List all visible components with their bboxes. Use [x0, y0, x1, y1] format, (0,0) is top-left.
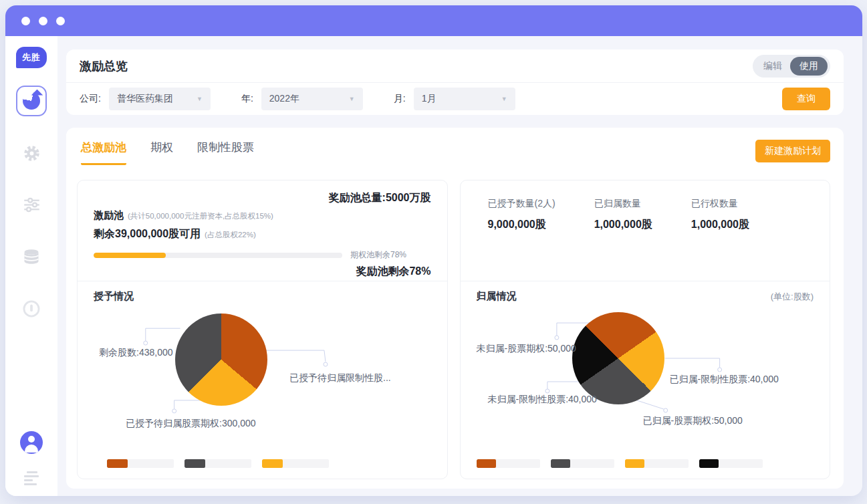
sidebar-item-info[interactable] — [22, 299, 41, 318]
edit-use-toggle[interactable]: 编辑 使用 — [753, 55, 830, 78]
use-toggle-option[interactable]: 使用 — [790, 57, 828, 76]
edit-toggle-option[interactable]: 编辑 — [755, 57, 790, 75]
database-icon — [22, 247, 41, 266]
year-select-value: 2022年 — [269, 93, 299, 105]
sidebar-item-dashboard[interactable] — [16, 86, 47, 116]
window-control-icon[interactable] — [56, 17, 65, 25]
stat-value: 1,000,000股 — [594, 218, 652, 232]
grant-section-title: 授予情况 — [94, 290, 134, 303]
alert-circle-icon — [22, 299, 41, 318]
sidebar-item-adjustments[interactable] — [23, 196, 41, 214]
month-select-value: 1月 — [422, 93, 437, 105]
tab-restricted-stock[interactable]: 限制性股票 — [197, 140, 254, 165]
legend-item-dark[interactable] — [184, 459, 251, 468]
grant-panel: 奖励池总量:5000万股 激励池(共计50,000,000元注册资本,占总股权1… — [77, 180, 448, 479]
sidebar: 先胜 — [5, 36, 57, 496]
window-control-icon[interactable] — [21, 17, 30, 25]
unit-label: (单位:股数) — [771, 291, 814, 303]
legend-item-rust[interactable] — [107, 459, 174, 468]
sidebar-item-settings[interactable] — [23, 144, 41, 162]
pie-label-unvested-restricted: 未归属-限制性股票:40,000 — [488, 394, 597, 406]
list-menu-icon[interactable] — [24, 471, 39, 485]
legend-item-black[interactable] — [699, 459, 763, 468]
tab-bar: 总激励池 期权 限制性股票 新建激励计划 — [66, 128, 844, 165]
reward-pool-remaining-label: 奖励池剩余78% — [94, 265, 431, 279]
vesting-panel: 已授予数量(2人) 9,000,000股 已归属数量 1,000,000股 已行… — [460, 180, 831, 479]
stat-label: 已归属数量 — [594, 198, 652, 210]
incentive-pool-card: 总激励池 期权 限制性股票 新建激励计划 奖励池总量:5000万股 激励池(共计… — [66, 128, 844, 489]
year-select[interactable]: 2022年 ▼ — [261, 88, 363, 110]
grant-legend — [94, 459, 431, 468]
sliders-icon — [23, 196, 41, 214]
pie-label-unvested-options: 未归属-股票期权:50,000 — [477, 343, 576, 355]
pool-name-note: (共计50,000,000元注册资本,占总股权15%) — [128, 212, 273, 220]
user-avatar-icon[interactable] — [20, 431, 43, 454]
pool-progress-bar — [94, 253, 342, 258]
divider — [78, 281, 447, 281]
pie-chart-icon — [23, 92, 40, 110]
divider — [461, 281, 830, 281]
company-select-value: 普华医药集团 — [117, 93, 173, 105]
pie-label-remaining-shares: 剩余股数:438,000 — [99, 347, 173, 359]
grant-pie-chart: 剩余股数:438,000 已授予待归属限制性股... 已授予待归属股票期权:30… — [94, 305, 431, 458]
tab-options[interactable]: 期权 — [150, 140, 173, 165]
brand-badge: 先胜 — [16, 47, 47, 68]
grant-pie[interactable] — [175, 313, 267, 406]
page-title: 激励总览 — [80, 58, 128, 74]
app-window: 先胜 — [5, 5, 862, 496]
chevron-down-icon: ▼ — [197, 96, 203, 102]
vesting-section-title: 归属情况 — [477, 290, 517, 303]
sidebar-item-data[interactable] — [22, 247, 41, 266]
window-titlebar — [5, 5, 862, 36]
tab-total-pool[interactable]: 总激励池 — [81, 140, 126, 165]
pool-name: 激励池 — [94, 209, 124, 221]
pool-remaining-note: (占总股权22%) — [205, 231, 256, 239]
stat-exercised: 已行权数量 1,000,000股 — [691, 198, 749, 232]
stat-granted: 已授予数量(2人) 9,000,000股 — [488, 198, 555, 232]
pie-label-vested-restricted: 已归属-限制性股票:40,000 — [670, 374, 779, 386]
vesting-pie[interactable] — [572, 312, 664, 404]
new-incentive-plan-button[interactable]: 新建激励计划 — [755, 140, 830, 162]
year-label: 年: — [241, 93, 253, 105]
company-label: 公司: — [80, 93, 101, 105]
overview-header-card: 激励总览 编辑 使用 公司: 普华医药集团 ▼ 年 — [66, 49, 844, 115]
pie-label-vested-options: 已归属-股票期权:50,000 — [643, 415, 743, 427]
month-select[interactable]: 1月 ▼ — [414, 88, 515, 110]
vesting-legend — [477, 459, 814, 468]
window-control-icon[interactable] — [39, 17, 47, 25]
chevron-down-icon: ▼ — [349, 96, 355, 102]
stat-vested: 已归属数量 1,000,000股 — [594, 198, 652, 232]
stat-value: 1,000,000股 — [691, 218, 749, 232]
pool-progress-fill — [94, 253, 166, 258]
reward-pool-total: 奖励池总量:5000万股 — [94, 191, 431, 205]
vesting-stats: 已授予数量(2人) 9,000,000股 已归属数量 1,000,000股 已行… — [477, 191, 814, 232]
legend-item-dark[interactable] — [551, 459, 614, 468]
legend-item-amber[interactable] — [262, 459, 329, 468]
pie-label-granted-restricted: 已授予待归属限制性股... — [289, 372, 391, 384]
company-select[interactable]: 普华医药集团 ▼ — [109, 88, 211, 110]
option-pool-remaining-label: 期权池剩余78% — [350, 249, 406, 261]
stat-value: 9,000,000股 — [488, 218, 555, 232]
stat-label: 已授予数量(2人) — [488, 198, 555, 210]
pie-label-granted-options: 已授予待归属股票期权:300,000 — [126, 418, 256, 430]
gear-icon — [23, 144, 41, 162]
legend-item-amber[interactable] — [625, 459, 689, 468]
stat-label: 已行权数量 — [691, 198, 749, 210]
chevron-down-icon: ▼ — [501, 96, 507, 102]
month-label: 月: — [394, 93, 406, 105]
pool-remaining-shares: 剩余39,000,000股可用 — [94, 228, 201, 239]
vesting-pie-chart: 未归属-股票期权:50,000 已归属-限制性股票:40,000 未归属-限制性… — [477, 305, 814, 458]
query-button[interactable]: 查询 — [782, 88, 830, 110]
legend-item-rust[interactable] — [477, 459, 540, 468]
